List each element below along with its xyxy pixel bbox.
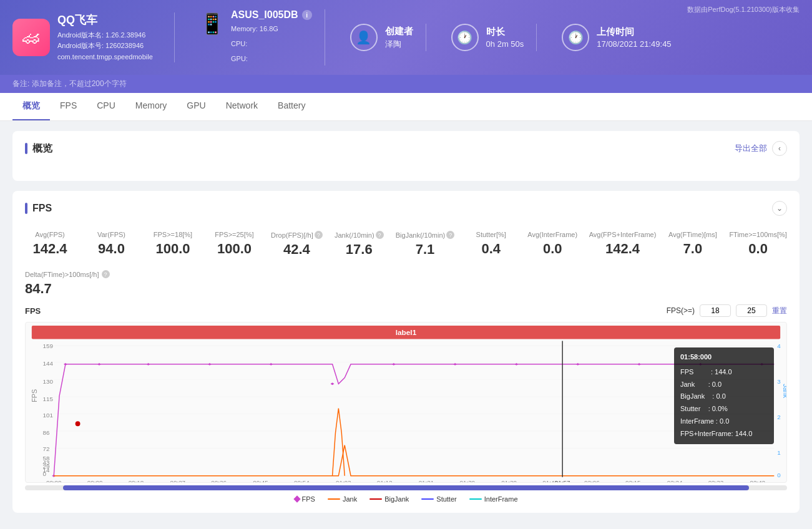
- fps-stat-item: Avg(FPS)142.4: [25, 231, 75, 258]
- nav-bar: 概览 FPS CPU Memory GPU Network Battery: [0, 93, 812, 121]
- fps-stat-item: Stutter[%]0.4: [466, 231, 516, 258]
- svg-marker-36: [392, 363, 396, 366]
- fps-stat-item: Jank(/10min)?17.6: [334, 231, 384, 258]
- svg-text:01:30: 01:30: [460, 479, 476, 482]
- chart-title: FPS: [25, 306, 41, 316]
- svg-text:130: 130: [43, 378, 54, 385]
- svg-text:00:45: 00:45: [253, 479, 268, 482]
- svg-text:02:33: 02:33: [708, 479, 724, 482]
- scrollbar-thumb[interactable]: [63, 485, 749, 490]
- reset-button[interactable]: 重置: [772, 306, 787, 316]
- chart-header: FPS FPS(>=) 重置: [25, 304, 787, 317]
- creator-info: 创建者 泽陶: [385, 26, 413, 50]
- threshold-25-input[interactable]: [736, 304, 767, 317]
- svg-marker-38: [515, 363, 519, 366]
- main-content: 概览 导出全部 ‹ FPS ⌄ Avg(FPS)142.4Var(FPS)94.…: [0, 121, 812, 529]
- svg-text:01:21: 01:21: [419, 479, 434, 482]
- device-row: 📱 ASUS_I005DB i Memory: 16.8G CPU: GPU:: [200, 9, 312, 65]
- svg-text:2: 2: [777, 414, 780, 420]
- legend-bigjank: BigJank: [369, 495, 409, 503]
- svg-text:FPS: FPS: [31, 389, 38, 402]
- legend-bigjank-icon: [369, 498, 382, 500]
- nav-item-fps[interactable]: FPS: [50, 93, 87, 120]
- nav-item-overview[interactable]: 概览: [12, 93, 50, 120]
- svg-text:86: 86: [43, 429, 50, 436]
- nav-item-gpu[interactable]: GPU: [177, 93, 215, 120]
- fps-stat-item: BigJank(/10min)?7.1: [396, 231, 454, 258]
- svg-text:159: 159: [43, 342, 53, 349]
- fps-chart[interactable]: label1 159 144 130 115 101 86 72 58 43 2…: [26, 323, 786, 482]
- fps-stat-item: Var(FPS)94.0: [86, 231, 136, 258]
- fps-stat-item: Drop(FPS)[/h]?42.4: [271, 231, 323, 258]
- svg-marker-35: [331, 382, 335, 385]
- creator-card: 👤 创建者 泽陶: [338, 24, 426, 51]
- svg-text:00:54: 00:54: [294, 479, 310, 482]
- duration-card: 🕐 时长 0h 2m 50s: [439, 24, 537, 51]
- device-info: 📱 ASUS_I005DB i Memory: 16.8G CPU: GPU:: [187, 9, 325, 65]
- overview-header: 概览 导出全部 ‹: [25, 141, 787, 161]
- fps-stat-item: Avg(InterFrame)0.0: [527, 231, 577, 258]
- device-cpu: CPU:: [231, 38, 312, 51]
- delta-label: Delta(FTime)>100ms[/h] ?: [25, 270, 787, 278]
- legend-fps-icon: [293, 495, 300, 502]
- fps-stats-grid: Avg(FPS)142.4Var(FPS)94.0FPS>=18[%]100.0…: [25, 231, 787, 258]
- legend-jank-label: Jank: [343, 495, 357, 503]
- collapse-button[interactable]: ‹: [772, 141, 787, 156]
- perfdog-version: 数据由PerfDog(5.1.210300)版本收集: [687, 5, 800, 14]
- svg-text:01:12: 01:12: [377, 479, 393, 482]
- svg-text:72: 72: [43, 445, 50, 452]
- svg-text:144: 144: [43, 360, 54, 367]
- svg-text:01:03: 01:03: [336, 479, 351, 482]
- notes-text: 备注: 添加备注，不超过200个字符: [12, 79, 127, 88]
- upload-time-card: 🕐 上传时间 17/08/2021 21:49:45: [549, 24, 683, 51]
- header: 数据由PerfDog(5.1.210300)版本收集 🏎 QQ飞车 Androi…: [0, 0, 812, 75]
- duration-label: 时长: [486, 26, 524, 38]
- delta-value: 84.7: [25, 281, 787, 297]
- svg-text:Jank: Jank: [782, 384, 786, 398]
- nav-item-memory[interactable]: Memory: [125, 93, 177, 120]
- nav-item-cpu[interactable]: CPU: [87, 93, 125, 120]
- legend-interframe-label: InterFrame: [484, 495, 518, 503]
- overview-actions: 导出全部 ‹: [735, 141, 787, 156]
- legend-jank: Jank: [328, 495, 357, 503]
- stat-help-icon[interactable]: ?: [446, 231, 454, 239]
- export-button[interactable]: 导出全部: [735, 143, 767, 154]
- legend-interframe-icon: [469, 498, 482, 500]
- android-version-code: Android版本号: 1260238946: [57, 41, 153, 52]
- creator-label: 创建者: [385, 26, 413, 37]
- threshold-18-input[interactable]: [700, 304, 731, 317]
- upload-time-value: 17/08/2021 21:49:45: [597, 39, 671, 49]
- svg-marker-37: [453, 363, 457, 366]
- device-info-badge[interactable]: i: [302, 10, 312, 20]
- legend-jank-icon: [328, 498, 340, 500]
- svg-text:4: 4: [777, 342, 781, 349]
- nav-item-battery[interactable]: Battery: [268, 93, 315, 120]
- fps-header: FPS ⌄: [25, 201, 787, 221]
- chart-legend: FPS Jank BigJank Stutter InterFrame: [25, 495, 787, 503]
- fps-stat-item: FPS>=25[%]100.0: [209, 231, 259, 258]
- svg-marker-33: [208, 363, 212, 366]
- svg-marker-39: [576, 363, 580, 366]
- device-icon: 📱: [200, 12, 225, 36]
- fps-section: FPS ⌄ Avg(FPS)142.4Var(FPS)94.0FPS>=18[%…: [12, 191, 800, 513]
- package-name: com.tencent.tmgp.speedmobile: [57, 52, 153, 63]
- overview-title: 概览: [25, 142, 52, 155]
- svg-marker-32: [147, 363, 150, 366]
- chart-container: label1 159 144 130 115 101 86 72 58 43 2…: [25, 322, 787, 483]
- fps-collapse-button[interactable]: ⌄: [772, 201, 787, 216]
- device-name: ASUS_I005DB i: [231, 9, 312, 21]
- svg-text:00:27: 00:27: [170, 479, 185, 482]
- app-info: 🏎 QQ飞车 Android版本名: 1.26.2.38946 Android版…: [12, 12, 175, 63]
- upload-time-info: 上传时间 17/08/2021 21:49:45: [597, 26, 671, 49]
- duration-value: 0h 2m 50s: [486, 39, 524, 49]
- stat-help-icon[interactable]: ?: [376, 231, 384, 239]
- fps-stat-item: FPS>=18[%]100.0: [148, 231, 198, 258]
- svg-text:1: 1: [777, 449, 780, 456]
- svg-marker-41: [698, 363, 702, 366]
- stat-help-icon[interactable]: ?: [315, 231, 323, 239]
- delta-help-icon[interactable]: ?: [102, 270, 110, 278]
- nav-item-network[interactable]: Network: [216, 93, 268, 120]
- svg-text:02:15: 02:15: [625, 479, 641, 482]
- scrollbar-container[interactable]: [25, 485, 787, 490]
- legend-interframe: InterFrame: [469, 495, 518, 503]
